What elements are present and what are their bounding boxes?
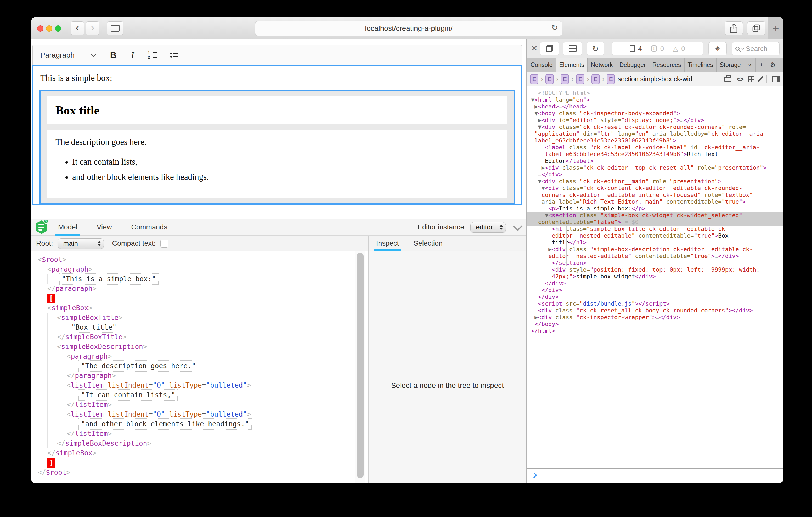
code-line[interactable]: </div> [527, 280, 783, 287]
tree-line[interactable]: "It can contain lists," [38, 390, 355, 400]
code-line[interactable]: </html> [527, 328, 783, 334]
reload-page-button[interactable]: ↻ [586, 42, 604, 55]
bold-button[interactable]: B [110, 50, 117, 60]
breadcrumb-element-icon[interactable]: E [545, 74, 554, 84]
tree-line[interactable]: </simpleBoxDescription> [38, 438, 355, 448]
devtools-tab-elements[interactable]: Elements [556, 58, 587, 72]
tree-line[interactable]: ] [38, 458, 355, 467]
new-tab-button[interactable]: + [768, 17, 783, 39]
code-line[interactable]: ▶<div id="editor" style="display: none;"… [527, 117, 783, 124]
code-line[interactable]: …</div> [527, 171, 783, 178]
toggle-details-sidebar-icon[interactable] [772, 76, 780, 82]
tab-model[interactable]: Model [55, 219, 80, 236]
code-line[interactable]: ▼<body class="ck-inspector-body-expanded… [527, 110, 783, 117]
tree-line[interactable]: <listItem listIndent="0" listType="bulle… [38, 381, 355, 390]
styles-brush-icon[interactable] [757, 76, 763, 82]
code-line[interactable]: ▶<div class="ck-inspector-wrapper">…</di… [527, 314, 783, 321]
code-line[interactable]: ▼<section class="simple-box ck-widget ck… [527, 212, 783, 219]
code-line[interactable]: ▼<div class="ck ck-content ck-editor__ed… [527, 185, 783, 191]
numbered-list-button[interactable]: 1 2 [148, 52, 157, 59]
breadcrumb-element-icon[interactable]: E [576, 74, 584, 84]
code-line[interactable]: <div style="position: fixed; top: 0px; l… [527, 266, 783, 273]
tree-line[interactable]: </paragraph> [38, 371, 355, 381]
code-line[interactable]: label_e63cbbfece34c53ce23501062343f49b8"… [527, 151, 783, 158]
tree-line[interactable]: <simpleBoxDescription> [38, 342, 355, 352]
tree-line[interactable]: "This is a simple box:" [38, 274, 355, 284]
undock-button[interactable] [540, 42, 559, 55]
inspector-collapse-button[interactable] [513, 222, 523, 231]
code-line[interactable]: contenteditable="false"> = $0 [527, 219, 783, 225]
simple-box-title[interactable]: Box title [47, 96, 508, 124]
tree-line[interactable]: <paragraph> [38, 352, 355, 361]
close-devtools-button[interactable]: ✕ [531, 44, 538, 53]
tab-inspect[interactable]: Inspect [374, 236, 401, 251]
tab-commands[interactable]: Commands [129, 219, 170, 236]
tree-line[interactable]: </listItem> [38, 429, 355, 438]
tree-line[interactable]: "and other block elements like headings.… [38, 419, 355, 429]
tab-overview-button[interactable] [747, 22, 765, 35]
grid-overlay-icon[interactable] [748, 76, 754, 82]
zoom-window-button[interactable] [55, 25, 61, 32]
root-select[interactable]: main [58, 238, 104, 249]
code-line[interactable]: label_e63cbbfece34c53ce23501062343f49b8"… [527, 137, 783, 144]
forward-button[interactable]: › [86, 22, 99, 35]
code-line[interactable]: 42px;">simple box widget</div> [527, 273, 783, 280]
code-line[interactable]: <label class="ck ck-label ck-voice-label… [527, 144, 783, 151]
tree-text-node[interactable]: "It can contain lists," [79, 390, 178, 401]
activity-summary[interactable]: 4 ! 0 △ 0 [612, 42, 703, 55]
breadcrumb-element-icon[interactable]: E [530, 74, 539, 84]
print-styles-icon[interactable] [724, 77, 731, 82]
simple-box-widget[interactable]: Box title The description goes here. It … [39, 90, 515, 205]
bulleted-list-button[interactable] [170, 53, 178, 58]
back-button[interactable]: ‹ [70, 22, 84, 35]
compact-text-checkbox[interactable] [161, 240, 168, 247]
dock-bottom-button[interactable] [563, 42, 582, 55]
tree-text-node[interactable]: "The description goes here." [79, 360, 198, 372]
tree-line[interactable]: <simpleBox> [38, 303, 355, 313]
tree-line[interactable]: "The description goes here." [38, 361, 355, 371]
tab-selection[interactable]: Selection [411, 236, 445, 251]
devtools-tab-network[interactable]: Network [587, 58, 616, 72]
code-line[interactable]: ▶<div class="ck ck-editor__top ck-reset_… [527, 164, 783, 171]
heading-dropdown[interactable]: Paragraph [40, 51, 75, 59]
tree-text-node[interactable]: "and other block elements like headings.… [79, 419, 252, 430]
editor-paragraph[interactable]: This is a simple box: [40, 73, 521, 83]
code-line[interactable]: "application" dir="ltr" lang="en" aria-l… [527, 130, 783, 137]
code-line[interactable]: ▼<div class="ck ck-editor__main" role="p… [527, 178, 783, 185]
code-line[interactable]: <!DOCTYPE html> [527, 90, 783, 96]
code-line[interactable]: ▶<head>…</head> [527, 103, 783, 110]
devtools-tab-timelines[interactable]: Timelines [685, 58, 717, 72]
list-item[interactable]: It can contain lists, [72, 156, 499, 168]
element-picker-button[interactable]: ⌖ [708, 42, 727, 55]
tree-line[interactable]: [ [38, 294, 355, 303]
tree-text-node[interactable]: "Box title" [69, 322, 119, 333]
tree-scrollbar[interactable] [355, 251, 365, 483]
code-line[interactable]: </div> [527, 294, 783, 300]
tab-view[interactable]: View [94, 219, 115, 236]
tree-line[interactable]: <paragraph> [38, 265, 355, 274]
devtools-tab-resources[interactable]: Resources [649, 58, 685, 72]
code-line[interactable]: <p>This is a simple box:</p> [527, 205, 783, 212]
tree-line[interactable]: </simpleBoxTitle> [38, 332, 355, 342]
breadcrumb-element-icon[interactable]: E [607, 74, 615, 84]
code-line[interactable]: </body> [527, 321, 783, 328]
list-item[interactable]: and other block elements like headings. [72, 171, 499, 183]
devtools-tab-debugger[interactable]: Debugger [616, 58, 649, 72]
tree-line[interactable]: </listItem> [38, 400, 355, 409]
chevron-down-icon[interactable] [91, 52, 96, 57]
tree-line[interactable]: <listItem listIndent="0" listType="bulle… [38, 409, 355, 419]
tree-line[interactable]: <$root> [38, 255, 355, 265]
italic-button[interactable]: I [131, 50, 134, 60]
tree-line[interactable]: <simpleBoxTitle> [38, 313, 355, 323]
breadcrumb-element-icon[interactable]: E [591, 74, 600, 84]
breadcrumb-element-icon[interactable]: E [560, 74, 569, 84]
minimize-window-button[interactable] [46, 25, 52, 32]
sidebar-toggle-button[interactable] [107, 22, 123, 35]
simple-box-description[interactable]: The description goes here. It can contai… [47, 130, 508, 197]
code-line[interactable]: ▼<html lang="en"> [527, 96, 783, 103]
quick-console[interactable] [527, 468, 783, 483]
more-tabs-icon[interactable]: » [744, 58, 756, 72]
editor-editable-area[interactable]: This is a simple box: Box title The desc… [32, 65, 522, 205]
description-text[interactable]: The description goes here. [55, 137, 499, 147]
code-line[interactable]: <div class="ck ck-reset_all ck-body ck-r… [527, 307, 783, 314]
